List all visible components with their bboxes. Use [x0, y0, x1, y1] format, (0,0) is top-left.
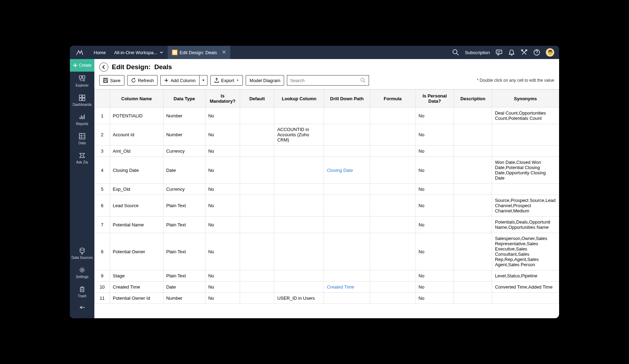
- cell-mandatory[interactable]: No: [205, 124, 240, 146]
- sidebar-item-settings[interactable]: Settings: [70, 263, 94, 282]
- cell-data-type[interactable]: Plain Text: [163, 233, 205, 270]
- cell-default[interactable]: [240, 233, 274, 270]
- cell-synonyms[interactable]: [492, 124, 559, 146]
- cell-column-name[interactable]: Amt_Old: [110, 146, 163, 157]
- cell-default[interactable]: [240, 157, 274, 184]
- cell-description[interactable]: [454, 270, 492, 282]
- cell-default[interactable]: [240, 293, 274, 304]
- cell-description[interactable]: [454, 108, 492, 124]
- search-box[interactable]: [287, 75, 369, 86]
- col-synonyms[interactable]: Synonyms: [492, 90, 559, 108]
- cell-synonyms[interactable]: Source,Prospect Source,Lead Channel,Pros…: [492, 195, 559, 217]
- back-button[interactable]: [99, 63, 108, 72]
- sidebar-item-dashboards[interactable]: Dashboards: [70, 91, 94, 110]
- cell-column-name[interactable]: Potential Name: [110, 217, 163, 233]
- search-input[interactable]: [290, 78, 360, 83]
- nav-workspace-dropdown[interactable]: All-in-One Workspa...: [110, 46, 168, 59]
- cell-drill[interactable]: Created Time: [324, 282, 370, 293]
- table-row[interactable]: 9StagePlain TextNoNoLevel,Status,Pipelin…: [95, 270, 559, 282]
- cell-rownum[interactable]: 9: [95, 270, 110, 282]
- cell-synonyms[interactable]: Deal Count,Opportunities Count,Potential…: [492, 108, 559, 124]
- cell-default[interactable]: [240, 124, 274, 146]
- col-drill-down[interactable]: Drill Down Path: [324, 90, 370, 108]
- cell-drill[interactable]: [324, 108, 370, 124]
- cell-default[interactable]: [240, 282, 274, 293]
- cell-column-name[interactable]: POTENTIALID: [110, 108, 163, 124]
- sidebar-item-trash[interactable]: Trash: [70, 282, 94, 301]
- cell-drill[interactable]: Closing Date: [324, 157, 370, 184]
- cell-description[interactable]: [454, 146, 492, 157]
- cell-personal[interactable]: No: [415, 146, 454, 157]
- cell-default[interactable]: [240, 108, 274, 124]
- save-button[interactable]: Save: [99, 75, 124, 86]
- col-description[interactable]: Description: [454, 90, 492, 108]
- cell-personal[interactable]: No: [415, 157, 454, 184]
- cell-rownum[interactable]: 3: [95, 146, 110, 157]
- cell-formula[interactable]: [370, 124, 415, 146]
- cell-personal[interactable]: No: [415, 270, 454, 282]
- cell-synonyms[interactable]: [492, 184, 559, 195]
- subscription-link[interactable]: Subscription: [465, 50, 490, 55]
- add-column-button[interactable]: Add Column: [160, 75, 199, 86]
- cell-mandatory[interactable]: No: [205, 233, 240, 270]
- cell-data-type[interactable]: Date: [163, 157, 205, 184]
- cell-description[interactable]: [454, 282, 492, 293]
- cell-lookup[interactable]: [274, 233, 324, 270]
- cell-drill[interactable]: [324, 270, 370, 282]
- cell-personal[interactable]: No: [415, 293, 454, 304]
- table-row[interactable]: 5Exp_OldCurrencyNoNo: [95, 184, 559, 195]
- cell-drill[interactable]: [324, 124, 370, 146]
- col-column-name[interactable]: Column Name: [110, 90, 163, 108]
- cell-drill[interactable]: [324, 146, 370, 157]
- cell-description[interactable]: [454, 184, 492, 195]
- cell-lookup[interactable]: ACCOUNTID in Accounts (Zoho CRM): [274, 124, 324, 146]
- model-diagram-button[interactable]: Model Diagram: [246, 75, 284, 86]
- table-row[interactable]: 8Potential OwnerPlain TextNoNoSalesperso…: [95, 233, 559, 270]
- cell-rownum[interactable]: 10: [95, 282, 110, 293]
- cell-column-name[interactable]: Potential Owner Id: [110, 293, 163, 304]
- cell-data-type[interactable]: Number: [163, 293, 205, 304]
- cell-rownum[interactable]: 2: [95, 124, 110, 146]
- close-tab-button[interactable]: [222, 50, 226, 55]
- table-wrapper[interactable]: Column Name Data Type Is Mandatory? Defa…: [94, 89, 559, 318]
- cell-synonyms[interactable]: Converted Time,Added Time: [492, 282, 559, 293]
- cell-default[interactable]: [240, 217, 274, 233]
- sidebar-collapse-button[interactable]: [79, 301, 86, 315]
- col-personal-data[interactable]: Is Personal Data?: [415, 90, 454, 108]
- cell-drill[interactable]: [324, 217, 370, 233]
- cell-personal[interactable]: No: [415, 184, 454, 195]
- notifications-button[interactable]: [508, 49, 515, 56]
- cell-mandatory[interactable]: No: [205, 184, 240, 195]
- cell-formula[interactable]: [370, 270, 415, 282]
- cell-description[interactable]: [454, 217, 492, 233]
- cell-drill[interactable]: [324, 293, 370, 304]
- table-row[interactable]: 1POTENTIALIDNumberNoNoDeal Count,Opportu…: [95, 108, 559, 124]
- cell-formula[interactable]: [370, 157, 415, 184]
- cell-column-name[interactable]: Created Time: [110, 282, 163, 293]
- cell-data-type[interactable]: Currency: [163, 146, 205, 157]
- cell-data-type[interactable]: Plain Text: [163, 195, 205, 217]
- cell-data-type[interactable]: Plain Text: [163, 217, 205, 233]
- export-button[interactable]: Export: [210, 75, 243, 86]
- cell-mandatory[interactable]: No: [205, 270, 240, 282]
- cell-data-type[interactable]: Currency: [163, 184, 205, 195]
- refresh-button[interactable]: Refresh: [127, 75, 158, 86]
- cell-lookup[interactable]: [274, 217, 324, 233]
- cell-rownum[interactable]: 6: [95, 195, 110, 217]
- cell-rownum[interactable]: 8: [95, 233, 110, 270]
- col-is-mandatory[interactable]: Is Mandatory?: [205, 90, 240, 108]
- cell-lookup[interactable]: [274, 195, 324, 217]
- col-data-type[interactable]: Data Type: [163, 90, 205, 108]
- cell-data-type[interactable]: Number: [163, 108, 205, 124]
- cell-personal[interactable]: No: [415, 124, 454, 146]
- cell-drill[interactable]: [324, 184, 370, 195]
- create-button[interactable]: Create: [70, 59, 94, 72]
- cell-description[interactable]: [454, 233, 492, 270]
- cell-personal[interactable]: No: [415, 217, 454, 233]
- cell-lookup[interactable]: [274, 282, 324, 293]
- chat-button[interactable]: [496, 49, 503, 56]
- cell-formula[interactable]: [370, 282, 415, 293]
- table-row[interactable]: 7Potential NamePlain TextNoNoPotentials,…: [95, 217, 559, 233]
- col-lookup[interactable]: Lookup Column: [274, 90, 324, 108]
- cell-data-type[interactable]: Plain Text: [163, 270, 205, 282]
